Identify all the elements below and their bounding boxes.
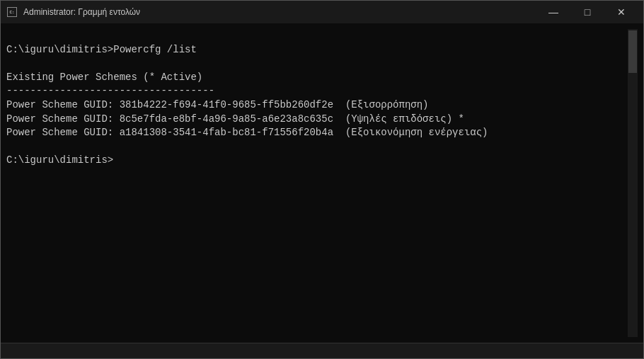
console-area[interactable]: C:\iguru\dimitris>Powercfg /list Existin… bbox=[1, 23, 643, 343]
window-title: Administrator: Γραμμή εντολών bbox=[23, 7, 140, 17]
title-bar-controls: — □ ✕ bbox=[537, 1, 638, 23]
title-bar-left: Administrator: Γραμμή εντολών bbox=[6, 6, 140, 18]
cmd-window: Administrator: Γραμμή εντολών — □ ✕ C:\i… bbox=[0, 0, 644, 359]
status-bar bbox=[1, 343, 643, 358]
console-output: C:\iguru\dimitris>Powercfg /list Existin… bbox=[6, 29, 628, 337]
title-bar: Administrator: Γραμμή εντολών — □ ✕ bbox=[1, 1, 643, 23]
scrollbar-thumb[interactable] bbox=[628, 30, 637, 73]
scrollbar[interactable] bbox=[628, 29, 638, 337]
maximize-button[interactable]: □ bbox=[571, 1, 604, 23]
minimize-button[interactable]: — bbox=[537, 1, 570, 23]
cmd-icon bbox=[6, 6, 18, 18]
close-button[interactable]: ✕ bbox=[605, 1, 638, 23]
